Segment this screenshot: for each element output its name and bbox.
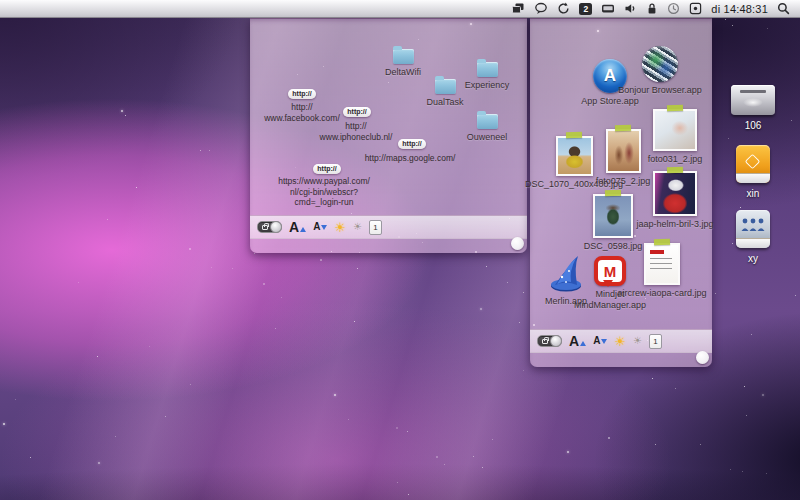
shelf-item-url-text[interactable]: http://www.iphoneclub.nl/: [291, 121, 421, 142]
photo-frame: [593, 194, 633, 238]
photo-thumbnail-sitting: [595, 196, 631, 236]
folder-icon: [477, 114, 498, 129]
url-chip: http://: [288, 89, 315, 99]
photo-frame: [556, 136, 593, 176]
window-stack-icon[interactable]: [511, 0, 525, 18]
shelf-item-folder[interactable]: DeltaWifi: [363, 45, 443, 78]
mindmanager-icon: M: [594, 256, 626, 286]
app-name: MindjetMindManager.app: [565, 289, 655, 311]
brightness-up-icon[interactable]: ☀: [614, 335, 626, 348]
lock-icon: [262, 225, 268, 231]
left-shelf-resize-handle[interactable]: [511, 237, 524, 250]
bonjour-globe-icon: [642, 46, 678, 82]
tape-icon: [566, 132, 582, 139]
font-decrease-label: A: [313, 222, 320, 232]
lock-icon[interactable]: [646, 0, 658, 18]
count-badge: 1: [369, 220, 382, 235]
mindmanager-letter: M: [604, 263, 617, 280]
folder-name: Experiency: [447, 80, 527, 91]
font-decrease-button[interactable]: A: [593, 336, 607, 346]
lock-icon: [542, 339, 548, 345]
desktop-icon-label: xy: [723, 253, 783, 264]
shelf-item-app[interactable]: MMindjetMindManager.app: [565, 254, 655, 311]
right-shelf-resize-handle[interactable]: [696, 351, 709, 364]
app-name: Bonjour Browser.app: [615, 85, 705, 96]
lock-toggle[interactable]: [537, 335, 562, 347]
tape-icon: [667, 105, 683, 112]
url-label: http://www.iphoneclub.nl/: [291, 121, 421, 142]
shelf-item-url-text[interactable]: http://maps.google.com/: [345, 153, 475, 164]
volume-icon[interactable]: [624, 0, 637, 18]
url-label: http://maps.google.com/: [345, 153, 475, 164]
font-decrease-button[interactable]: A: [313, 222, 327, 232]
shelf-item-folder[interactable]: Experiency: [447, 58, 527, 91]
count-badge: 1: [649, 334, 662, 349]
folder-name: DualTask: [405, 97, 485, 108]
desktop: 2 di 14:48:31 DeltaWifiDualTaskExperienc…: [0, 0, 800, 500]
brightness-down-icon[interactable]: ☀: [353, 222, 362, 232]
shelf-item-url-chip[interactable]: http://: [272, 82, 332, 100]
tape-icon: [654, 239, 670, 246]
tape-icon: [667, 167, 683, 174]
arrow-down-icon: [601, 339, 607, 344]
input-menu-icon[interactable]: [689, 0, 702, 18]
font-decrease-label: A: [593, 336, 600, 346]
toggle-knob: [550, 335, 562, 347]
time-machine-icon[interactable]: [667, 0, 680, 18]
left-shelf-panel: DeltaWifiDualTaskExperiencyOuweneelhttp:…: [250, 18, 527, 253]
photo-thumbnail-beach: [558, 138, 591, 174]
arrow-down-icon: [321, 225, 327, 230]
lock-toggle[interactable]: [257, 221, 282, 233]
chat-bubble-icon[interactable]: [534, 0, 548, 18]
spotlight-icon[interactable]: [777, 0, 790, 18]
font-increase-button[interactable]: A: [569, 334, 586, 348]
brightness-up-icon[interactable]: ☀: [334, 221, 346, 234]
firewire-glyph-icon: [745, 154, 761, 170]
tape-icon: [605, 190, 621, 197]
url-chip: http://: [313, 164, 340, 174]
sync-icon[interactable]: [557, 0, 570, 18]
toggle-knob: [270, 221, 282, 233]
drive-front-strip: [736, 238, 770, 248]
arrow-up-icon: [580, 341, 586, 346]
folder-icon: [393, 49, 414, 64]
shelf-item-app[interactable]: Bonjour Browser.app: [615, 46, 705, 96]
left-shelf-toolbar: A A ☀ ☀ 1: [250, 215, 527, 239]
arrow-up-icon: [300, 227, 306, 232]
right-shelf-panel: AApp Store.appBonjour Browser.appfoto031…: [530, 18, 712, 367]
font-increase-label: A: [289, 220, 299, 234]
tape-icon: [615, 125, 631, 132]
shelf-item-url-text[interactable]: https://www.paypal.com/nl/cgi-bin/webscr…: [259, 176, 389, 208]
app-name: App Store.app: [565, 96, 655, 107]
folder-icon: [477, 62, 498, 77]
display-icon[interactable]: [601, 0, 615, 18]
font-increase-label: A: [569, 334, 579, 348]
brightness-down-icon[interactable]: ☀: [633, 336, 642, 346]
font-increase-button[interactable]: A: [289, 220, 306, 234]
menu-bar-clock[interactable]: di 14:48:31: [711, 0, 768, 18]
url-label: https://www.paypal.com/nl/cgi-bin/webscr…: [259, 176, 389, 208]
menu-bar: 2 di 14:48:31: [0, 0, 800, 18]
spaces-number-icon[interactable]: 2: [579, 3, 592, 15]
right-shelf-toolbar: A A ☀ ☀ 1: [530, 329, 712, 353]
